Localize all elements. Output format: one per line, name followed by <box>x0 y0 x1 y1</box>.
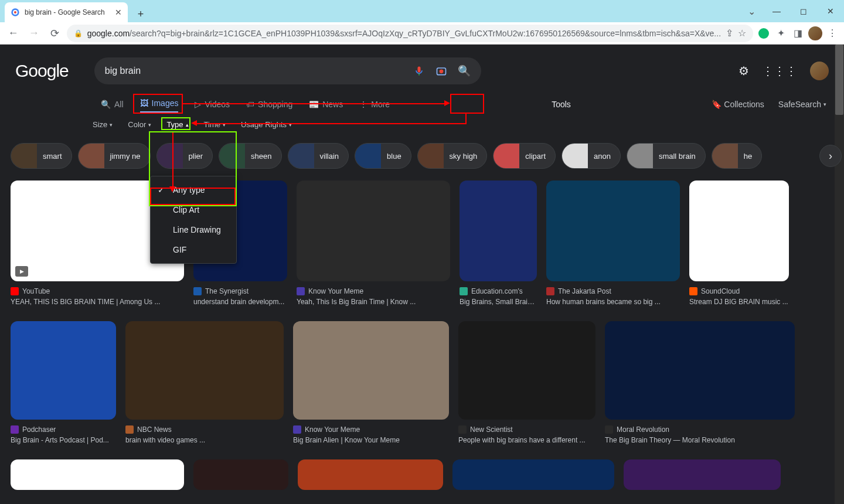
tab-images[interactable]: 🖼Images <box>140 95 179 113</box>
result-thumbnail[interactable] <box>458 321 595 420</box>
tools-button[interactable]: Tools <box>547 97 576 111</box>
svg-rect-3 <box>417 67 420 73</box>
image-result[interactable]: PodchaserBig Brain - Arts Podcast | Pod.… <box>11 321 116 444</box>
result-thumbnail[interactable] <box>11 459 184 490</box>
image-result[interactable]: New ScientistPeople with big brains have… <box>458 321 595 444</box>
extension-icon[interactable] <box>757 26 770 40</box>
browser-tab[interactable]: big brain - Google Search ✕ <box>5 2 128 22</box>
scrollbar[interactable] <box>835 45 844 504</box>
tool-size[interactable]: Size▾ <box>93 120 113 129</box>
related-chip[interactable]: small brain <box>627 143 706 169</box>
result-title: Yeah, This Is Big Brain Time | Know ... <box>297 298 450 306</box>
related-chip[interactable]: he <box>712 143 762 169</box>
apps-grid-icon[interactable]: ⋮⋮⋮ <box>762 64 797 78</box>
bookmark-icon[interactable]: ☆ <box>738 28 746 39</box>
image-result[interactable] <box>452 459 614 496</box>
google-logo[interactable]: Google <box>15 61 69 81</box>
image-result[interactable]: Know Your MemeYeah, This Is Big Brain Ti… <box>297 181 450 306</box>
maximize-button[interactable]: ◻ <box>790 0 817 22</box>
collections-link[interactable]: 🔖Collections <box>712 100 764 109</box>
image-result[interactable]: NBC Newsbrain with video games ... <box>125 321 284 444</box>
search-input[interactable] <box>105 66 413 76</box>
lens-icon[interactable] <box>435 65 447 77</box>
chip-thumbnail <box>288 143 314 169</box>
related-chip[interactable]: blue <box>355 143 411 169</box>
result-thumbnail[interactable] <box>452 459 614 490</box>
result-thumbnail[interactable] <box>125 321 284 420</box>
profile-avatar[interactable] <box>808 26 822 40</box>
image-result[interactable] <box>193 459 288 496</box>
result-thumbnail[interactable] <box>689 181 789 281</box>
source-favicon-icon <box>11 287 19 295</box>
image-result[interactable]: The Jakarta PostHow human brains became … <box>546 181 680 306</box>
result-thumbnail[interactable] <box>624 459 781 490</box>
image-result[interactable] <box>11 459 184 496</box>
related-chips-row: smartjimmy nepliersheenvillainbluesky hi… <box>0 134 844 169</box>
search-box[interactable]: 🔍 <box>94 57 481 84</box>
minimize-button[interactable]: — <box>763 0 790 22</box>
image-result[interactable]: Moral RevolutionThe Big Brain Theory — M… <box>605 321 795 444</box>
chevron-down-icon: ▾ <box>148 122 151 128</box>
chevron-down-icon: ▾ <box>223 122 226 128</box>
chrome-menu-icon[interactable]: ⋮ <box>826 26 839 40</box>
result-thumbnail[interactable] <box>193 459 288 490</box>
safesearch-link[interactable]: SafeSearch▾ <box>778 100 826 109</box>
extensions-puzzle-icon[interactable]: ✦ <box>774 26 787 40</box>
image-result[interactable] <box>298 459 443 496</box>
related-chip[interactable]: plier <box>156 143 213 169</box>
type-option-any[interactable]: ✓Any type <box>151 180 236 200</box>
tab-all[interactable]: 🔍All <box>101 96 124 113</box>
tool-usage-rights[interactable]: Usage Rights▾ <box>241 120 292 129</box>
svg-point-6 <box>439 70 443 74</box>
related-chip[interactable]: sheen <box>219 143 281 169</box>
forward-button[interactable]: → <box>25 25 42 42</box>
search-small-icon: 🔍 <box>101 100 111 109</box>
result-thumbnail[interactable] <box>605 321 795 420</box>
source-favicon-icon <box>193 287 202 295</box>
tool-time[interactable]: Time▾ <box>204 120 226 129</box>
related-chip[interactable]: villain <box>288 143 349 169</box>
result-thumbnail[interactable] <box>460 181 537 281</box>
tool-type[interactable]: Type▴ <box>166 120 188 129</box>
result-source: Moral Revolution <box>605 425 795 434</box>
share-icon[interactable]: ⇪ <box>726 28 733 39</box>
search-icon[interactable]: 🔍 <box>458 64 471 77</box>
chip-label: clipart <box>525 152 546 161</box>
mic-icon[interactable] <box>413 65 425 77</box>
source-name: New Scientist <box>470 425 513 434</box>
user-avatar[interactable] <box>810 62 829 80</box>
settings-gear-icon[interactable]: ⚙ <box>738 64 749 78</box>
related-chip[interactable]: anon <box>561 143 621 169</box>
new-tab-button[interactable]: + <box>132 6 149 22</box>
address-bar[interactable]: 🔒 google.com/search?q=big+brain&rlz=1C1G… <box>67 25 753 42</box>
chip-label: anon <box>594 152 611 161</box>
related-chip[interactable]: jimmy ne <box>78 143 151 169</box>
chip-thumbnail <box>219 143 245 169</box>
tool-color[interactable]: Color▾ <box>128 120 151 129</box>
type-option-clipart[interactable]: Clip Art <box>151 200 236 220</box>
back-button[interactable]: ← <box>5 25 22 42</box>
result-title: brain with video games ... <box>125 436 284 444</box>
image-result[interactable]: Know Your MemeBig Brain Alien | Know You… <box>293 321 449 444</box>
type-option-linedrawing[interactable]: Line Drawing <box>151 220 236 240</box>
reload-button[interactable]: ⟳ <box>46 25 63 42</box>
image-result[interactable] <box>624 459 781 496</box>
image-result[interactable]: SoundCloudStream DJ BIG BRAIN music ... <box>689 181 789 306</box>
close-window-button[interactable]: ✕ <box>817 0 844 22</box>
search-tabs: 🔍All 🖼Images ▷Videos 🏷Shopping 📰News ⋮Mo… <box>0 84 844 113</box>
sidebar-icon[interactable]: ◨ <box>791 26 805 40</box>
related-chip[interactable]: clipart <box>493 143 556 169</box>
result-thumbnail[interactable] <box>297 181 450 281</box>
image-result[interactable]: Education.com'sBig Brains, Small Brain..… <box>460 181 537 306</box>
result-thumbnail[interactable] <box>298 459 443 490</box>
result-thumbnail[interactable] <box>293 321 449 420</box>
type-option-gif[interactable]: GIF <box>151 240 236 260</box>
tabs-dropdown-icon[interactable]: ⌄ <box>740 0 763 22</box>
result-thumbnail[interactable] <box>546 181 680 281</box>
related-chip[interactable]: sky high <box>417 143 488 169</box>
result-thumbnail[interactable] <box>11 321 116 420</box>
source-name: Education.com's <box>471 287 523 295</box>
related-chip[interactable]: smart <box>11 143 72 169</box>
close-tab-icon[interactable]: ✕ <box>115 8 122 17</box>
chips-next-button[interactable]: › <box>819 145 842 167</box>
